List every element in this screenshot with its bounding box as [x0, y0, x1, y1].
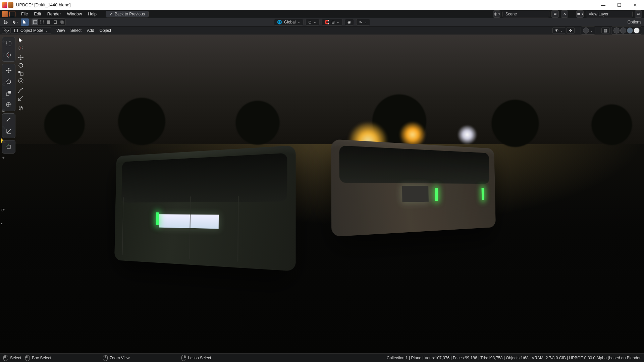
window-title: UPBGE* [D:\kit_1440.blend]	[16, 2, 71, 7]
tool-annotate[interactable]	[4, 115, 14, 125]
viewport-menu-view[interactable]: View	[54, 28, 68, 33]
tool-select-box-active[interactable]	[17, 37, 31, 45]
tool-rotate[interactable]	[4, 77, 14, 87]
viewport-menu-add[interactable]: Add	[84, 28, 97, 33]
tool-move-alt[interactable]	[17, 54, 31, 62]
cycle-icon[interactable]: ⟳	[1, 208, 5, 213]
tool-select-box[interactable]	[4, 39, 14, 49]
sidebar-expand-icon[interactable]: ▸	[1, 221, 3, 226]
svg-rect-2	[577, 14, 580, 15]
minimize-button[interactable]: —	[599, 1, 607, 9]
app-icons	[2, 2, 13, 8]
mouse-middle-icon	[103, 355, 108, 361]
menu-window[interactable]: Window	[64, 10, 85, 18]
tool-scale[interactable]	[4, 88, 14, 98]
menu-edit[interactable]: Edit	[31, 10, 44, 18]
select-tweak-mode-icon[interactable]	[2, 18, 10, 26]
transform-orientation-dropdown[interactable]: 🌐 Global ⌄	[274, 19, 304, 25]
menu-render[interactable]: Render	[44, 10, 64, 18]
cursor-tool-icon[interactable]	[21, 18, 29, 26]
options-popover[interactable]: Options	[628, 20, 641, 24]
select-subtract-icon[interactable]	[46, 19, 52, 25]
chevron-down-icon: ▾	[582, 12, 583, 16]
shading-matprev-icon[interactable]	[627, 27, 633, 34]
tool-rotate-alt[interactable]	[17, 62, 31, 70]
select-tool-dropdown[interactable]: ▾	[11, 18, 19, 26]
hint-select: Select	[3, 355, 21, 361]
back-to-previous-button[interactable]: ⤢ Back to Previous	[106, 11, 149, 17]
orientation-label: Global	[284, 20, 296, 24]
editor-type-dropdown[interactable]: ▾	[2, 27, 11, 34]
tool-add-cube[interactable]	[17, 105, 31, 112]
toolbar-column-2	[17, 37, 31, 112]
tool-measure[interactable]	[4, 126, 14, 136]
viewlayer-name-field[interactable]: View Layer	[586, 11, 633, 17]
upbge-icon-alt	[8, 2, 13, 8]
tool-move[interactable]	[4, 65, 14, 75]
back-icon: ⤢	[109, 12, 113, 16]
xray-toggle[interactable]: ▦	[601, 27, 610, 34]
viewport-menu-select[interactable]: Select	[68, 28, 84, 33]
tool-cursor-alt[interactable]	[17, 45, 31, 52]
select-intersect-icon[interactable]	[59, 19, 65, 25]
3d-viewport[interactable]	[0, 26, 644, 353]
chevron-down-icon: ▾	[8, 29, 9, 32]
viewlayer-copy-button[interactable]: ⧉	[635, 10, 642, 18]
status-bar: Select Box Select Zoom View Lasso Select…	[0, 353, 644, 362]
scene-browse-button[interactable]: ▾	[493, 10, 500, 18]
tool-cursor[interactable]	[4, 50, 14, 60]
pivot-point-dropdown[interactable]: ⊙ ⌄	[305, 19, 319, 25]
select-set-icon[interactable]	[32, 19, 38, 25]
tool-measure-alt[interactable]	[17, 95, 31, 103]
scene-copy-button[interactable]: ⧉	[551, 10, 559, 18]
mode-dropdown[interactable]: Object Mode ⌄	[11, 27, 51, 34]
svg-rect-11	[6, 41, 11, 46]
hint-zoom: Zoom View	[103, 355, 130, 361]
viewlayer-browse-button[interactable]: ▾	[576, 10, 584, 18]
tool-transform-alt[interactable]	[17, 77, 31, 85]
object-mode-icon	[14, 28, 18, 33]
maximize-button[interactable]: ☐	[615, 1, 623, 9]
svg-rect-5	[47, 20, 50, 24]
proportional-falloff-dropdown[interactable]: ∿ ⌄	[356, 19, 370, 25]
svg-point-13	[8, 55, 9, 56]
upbge-logo-outline-icon[interactable]	[9, 11, 15, 17]
svg-point-9	[6, 31, 7, 32]
select-extend-icon[interactable]	[39, 19, 45, 25]
scene-name-field[interactable]: Scene	[502, 11, 549, 17]
view-object-types-popover[interactable]: 👁 ⌄	[552, 27, 565, 34]
menu-file[interactable]: File	[18, 10, 31, 18]
chevron-down-icon: ⌄	[560, 29, 563, 32]
eye-icon: 👁	[555, 28, 559, 33]
overlay-toggle[interactable]: ⌄	[581, 26, 595, 35]
shading-wireframe-icon[interactable]	[613, 27, 620, 34]
scene-stats: Collection 1 | Plane | Verts:107,376 | F…	[387, 356, 641, 360]
tool-scale-alt[interactable]	[17, 70, 31, 77]
tool-add-primitive[interactable]	[4, 142, 14, 152]
gizmo-toggle[interactable]: ✥	[567, 27, 575, 34]
snap-toggle[interactable]: 🧲 ⊞ ⌄	[321, 19, 342, 25]
window-titlebar: UPBGE* [D:\kit_1440.blend] — ☐ ✕	[0, 0, 644, 10]
shading-solid-icon[interactable]	[620, 27, 626, 34]
scene-delete-button[interactable]: ✕	[561, 10, 568, 18]
mouse-right-icon	[181, 355, 186, 361]
mode-label: Object Mode	[20, 28, 43, 33]
main-menubar: File Edit Render Window Help ⤢ Back to P…	[0, 10, 644, 18]
svg-rect-22	[20, 73, 23, 75]
viewport-menu-object[interactable]: Object	[97, 28, 114, 33]
select-invert-icon[interactable]	[52, 19, 58, 25]
hint-label: Zoom View	[110, 356, 130, 360]
globe-icon: 🌐	[277, 20, 282, 24]
proportional-edit-toggle[interactable]: ◉	[344, 19, 354, 25]
tool-transform[interactable]	[4, 100, 14, 110]
chevron-down-icon: ⌄	[298, 20, 300, 24]
svg-rect-3	[34, 20, 37, 24]
gizmo-icon: ✥	[569, 28, 572, 33]
edge-icon[interactable]: +	[0, 154, 7, 161]
upbge-logo-icon[interactable]	[2, 11, 8, 17]
svg-point-19	[20, 48, 21, 49]
tool-annotate-alt[interactable]	[17, 87, 31, 95]
shading-rendered-icon[interactable]	[634, 27, 640, 34]
menu-help[interactable]: Help	[85, 10, 100, 18]
close-button[interactable]: ✕	[631, 1, 639, 9]
